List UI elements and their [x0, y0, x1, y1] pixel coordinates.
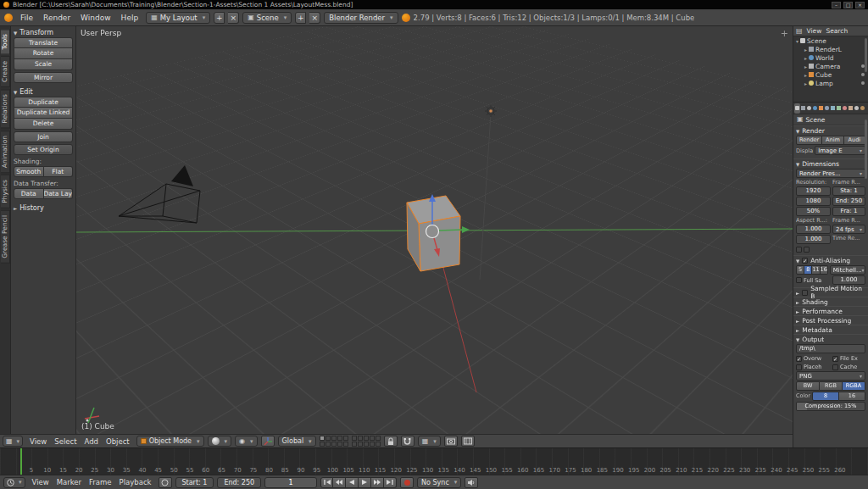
- panel-header-sampled-motion-blur[interactable]: Sampled Motion B: [793, 287, 868, 297]
- render-engine-select[interactable]: Blender Render: [324, 12, 398, 24]
- transform-tool-button[interactable]: Translate: [14, 37, 73, 48]
- jump-to-end-button[interactable]: [384, 477, 397, 488]
- aa-samples-8[interactable]: 8: [804, 265, 812, 275]
- tab-modifiers[interactable]: [830, 103, 836, 114]
- placeholders-checkbox[interactable]: [796, 364, 802, 370]
- manipulator-toggle[interactable]: [261, 436, 275, 447]
- snap-toggle[interactable]: [401, 436, 415, 447]
- tab-material[interactable]: [842, 103, 848, 114]
- viewport-menu-item[interactable]: View: [26, 437, 50, 446]
- resolution-percent-field[interactable]: 50%: [796, 207, 831, 216]
- layer-1[interactable]: [320, 436, 325, 441]
- layer-13[interactable]: [331, 442, 337, 447]
- toolshelf-tab[interactable]: Tools: [1, 29, 10, 54]
- antialiasing-checkbox[interactable]: [802, 258, 808, 264]
- snap-element-select[interactable]: ▦: [418, 436, 441, 447]
- data-layout-button[interactable]: Data Layo: [44, 188, 74, 199]
- frame-step-field[interactable]: Fra: 1: [832, 207, 865, 216]
- tab-object[interactable]: [818, 103, 824, 114]
- aa-samples-5[interactable]: 5: [796, 265, 804, 275]
- crop-checkbox[interactable]: [804, 247, 810, 253]
- color-mode-rgba[interactable]: RGBA: [843, 381, 865, 391]
- tab-particles[interactable]: [854, 103, 860, 114]
- toolshelf-tab[interactable]: Animation: [1, 131, 10, 173]
- render-opengl-anim-button[interactable]: [461, 436, 475, 447]
- edit-tool-button[interactable]: Duplicate: [14, 97, 73, 108]
- resolution-x-field[interactable]: 1920: [796, 186, 831, 196]
- panel-header-output[interactable]: Output: [793, 334, 868, 343]
- expand-arrow-icon[interactable]: [804, 54, 807, 62]
- tab-render-layers[interactable]: [800, 103, 806, 114]
- tab-physics[interactable]: [860, 103, 865, 114]
- render-presets-select[interactable]: Render Pres...: [796, 169, 865, 178]
- panel-header-dimensions[interactable]: Dimensions: [793, 158, 868, 168]
- timeline-editor-type-button[interactable]: [3, 477, 25, 488]
- tab-scene[interactable]: [806, 103, 812, 114]
- layer-12[interactable]: [326, 442, 331, 447]
- outliner-editor-icon[interactable]: ▤: [796, 28, 803, 35]
- editor-type-button[interactable]: ▦: [3, 436, 23, 447]
- camera-object[interactable]: [119, 165, 200, 223]
- border-checkbox[interactable]: [796, 247, 802, 253]
- color-depth-8[interactable]: 8: [812, 392, 839, 401]
- panel-header-transform[interactable]: Transform: [14, 28, 73, 37]
- render-audio-button[interactable]: Audi: [844, 136, 865, 145]
- pivot-point-select[interactable]: ◉: [235, 436, 258, 447]
- default-cube[interactable]: [407, 196, 460, 271]
- toolshelf-tab[interactable]: Physics: [1, 175, 10, 208]
- aspect-y-field[interactable]: 1.000: [796, 235, 831, 244]
- join-button[interactable]: Join: [14, 131, 73, 142]
- toolshelf-tab[interactable]: Create: [1, 56, 10, 87]
- y-axis-arrow[interactable]: [462, 226, 470, 233]
- filter-size-field[interactable]: 1.000: [832, 275, 865, 285]
- layer-16[interactable]: [352, 442, 357, 447]
- toolshelf-tab[interactable]: Grease Pencil: [1, 210, 10, 264]
- outliner-row-scene[interactable]: Scene: [793, 36, 868, 45]
- aspect-x-field[interactable]: 1.000: [796, 225, 831, 234]
- layer-10[interactable]: [376, 436, 381, 441]
- viewport-menu-item[interactable]: Add: [81, 437, 101, 446]
- compression-slider[interactable]: Compression: 15%: [796, 402, 865, 411]
- outliner-row-renderlayers[interactable]: RenderL: [793, 45, 868, 53]
- lock-to-scene-toggle[interactable]: [384, 436, 398, 447]
- layer-18[interactable]: [364, 442, 369, 447]
- frame-rate-select[interactable]: 24 fps: [832, 225, 865, 234]
- flat-button[interactable]: Flat: [44, 166, 74, 177]
- outliner-row-cube[interactable]: Cube: [793, 70, 868, 79]
- color-mode-bw[interactable]: BW: [796, 381, 820, 391]
- transform-tool-button[interactable]: Rotate: [14, 48, 73, 59]
- panel-header-antialiasing[interactable]: Anti-Aliasing: [793, 255, 868, 264]
- outliner-row-camera[interactable]: Camera: [793, 62, 868, 70]
- timeline-menu-item[interactable]: View: [29, 478, 53, 486]
- layer-17[interactable]: [358, 442, 363, 447]
- set-origin-menu[interactable]: Set Origin: [14, 144, 73, 155]
- aa-filter-select[interactable]: Mitchell...: [830, 265, 865, 275]
- edit-tool-button[interactable]: Duplicate Linked: [14, 108, 73, 119]
- aa-samples-16[interactable]: 16: [821, 265, 828, 275]
- tab-texture[interactable]: [848, 103, 854, 114]
- menu-item[interactable]: Help: [117, 14, 143, 22]
- outliner-view-menu[interactable]: View: [807, 27, 822, 35]
- data-button[interactable]: Data: [14, 188, 44, 199]
- cache-result-checkbox[interactable]: [832, 364, 838, 370]
- use-preview-range-toggle[interactable]: [159, 477, 172, 488]
- current-frame-field[interactable]: 1: [264, 477, 317, 488]
- layer-2[interactable]: [326, 436, 331, 441]
- expand-arrow-icon[interactable]: [804, 80, 807, 87]
- render-button[interactable]: Render: [796, 136, 822, 145]
- layers-widget[interactable]: [320, 436, 381, 447]
- resolution-y-field[interactable]: 1080: [796, 197, 831, 206]
- region-expand-button[interactable]: [781, 28, 788, 39]
- play-button[interactable]: [359, 477, 371, 488]
- viewport-canvas[interactable]: User Persp (1) Cube: [76, 26, 793, 434]
- jump-next-keyframe-button[interactable]: [371, 477, 384, 488]
- layer-3[interactable]: [331, 436, 337, 441]
- tab-constraints[interactable]: [824, 103, 830, 114]
- jump-prev-keyframe-button[interactable]: [333, 477, 346, 488]
- layer-15[interactable]: [343, 442, 348, 447]
- transform-tool-button[interactable]: Scale: [14, 59, 73, 70]
- close-button[interactable]: [855, 2, 865, 8]
- collapsed-panel-header[interactable]: Post Processing: [793, 315, 868, 325]
- file-extensions-checkbox[interactable]: [832, 356, 838, 362]
- frame-start-field[interactable]: Sta: 1: [832, 186, 865, 196]
